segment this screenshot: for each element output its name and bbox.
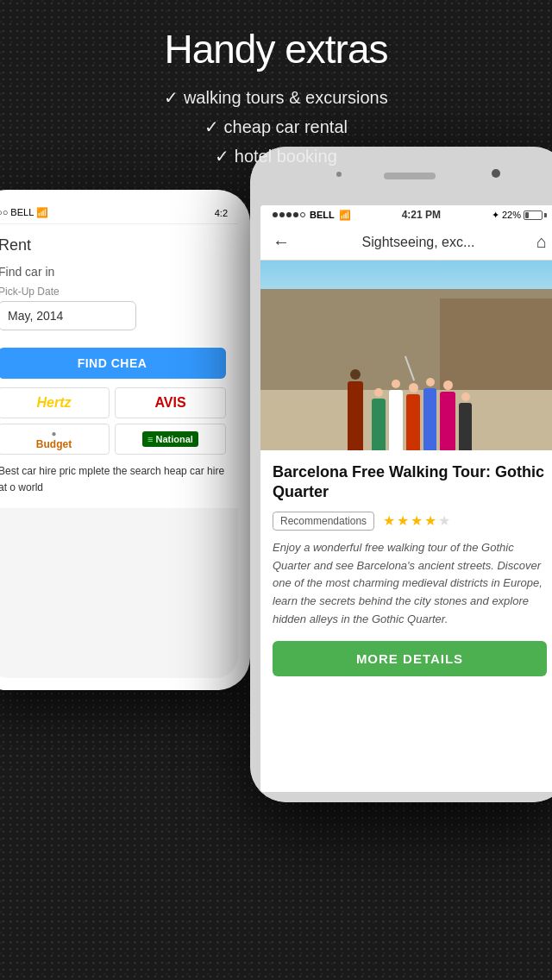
feature-2: ✓ cheap car rental [17, 112, 535, 141]
nav-title: Sightseeing, exc... [300, 235, 536, 250]
tag-stars-row: Recommendations ★ ★ ★ ★ ★ [273, 512, 547, 531]
star-5: ★ [438, 512, 450, 529]
guide-body [348, 381, 363, 450]
status-left: BELL 📶 [273, 210, 351, 221]
star-rating: ★ ★ ★ ★ ★ [383, 512, 450, 529]
signal-dot-1 [273, 212, 278, 217]
status-bar: BELL 📶 4:21 PM ✦ 22% [260, 205, 552, 224]
national-logo: ≡ National [115, 424, 226, 455]
battery-percent: 22% [502, 210, 521, 220]
time-display: 4:21 PM [402, 209, 441, 221]
star-4: ★ [424, 512, 436, 529]
nav-bar: ← Sightseeing, exc... ⌂ [260, 224, 552, 261]
battery-bar [524, 210, 543, 220]
bluetooth-icon: ✦ [492, 210, 499, 221]
back-button[interactable]: ← [273, 232, 290, 252]
tourist-5 [440, 380, 455, 450]
signal-dot-3 [286, 212, 292, 217]
star-1: ★ [383, 512, 395, 529]
recommendations-tag: Recommendations [273, 512, 374, 531]
feature-3: ✓ hotel booking [17, 141, 535, 171]
tourist-4 [423, 378, 436, 450]
find-cheap-button[interactable]: FIND CHEA [0, 348, 226, 379]
find-car-label: Find car in [0, 265, 226, 279]
phone-screen: BELL 📶 4:21 PM ✦ 22% ← [260, 205, 552, 792]
back-time: 4:2 [215, 208, 228, 218]
date-input[interactable]: May, 2014 [0, 301, 136, 330]
tourist-2 [389, 380, 403, 450]
wifi-icon: 📶 [339, 210, 351, 221]
more-details-button[interactable]: MORE DETAILS [273, 641, 547, 676]
back-carrier: ○○ BELL 📶 [0, 207, 48, 218]
tourist-1 [372, 388, 386, 450]
carrier-name: BELL [310, 210, 335, 220]
avis-logo: AVIS [115, 387, 226, 418]
hertz-logo: Hertz [0, 387, 110, 418]
battery-fill [525, 212, 529, 218]
star-3: ★ [411, 512, 423, 529]
guide [348, 369, 363, 450]
pickup-label: Pick-Up Date [0, 286, 226, 298]
battery-indicator [524, 210, 547, 220]
guide-sign [405, 356, 415, 381]
guide-head [350, 369, 361, 380]
header-features: ✓ walking tours & excursions ✓ cheap car… [17, 83, 535, 171]
budget-logo: ● Budget [0, 424, 110, 455]
home-button[interactable]: ⌂ [536, 232, 547, 252]
phone-front: BELL 📶 4:21 PM ✦ 22% ← [250, 147, 552, 802]
rent-title: Rent [0, 236, 226, 254]
signal-dot-5 [300, 212, 305, 217]
content-area: Barcelona Free Walking Tour: Gothic Quar… [260, 450, 552, 688]
tourist-3 [406, 383, 420, 450]
tourist-6 [459, 393, 472, 450]
crowd [260, 295, 552, 450]
tour-image [260, 261, 552, 450]
tour-title: Barcelona Free Walking Tour: Gothic Quar… [273, 462, 547, 503]
page-title: Handy extras [17, 26, 535, 72]
status-right: ✦ 22% [492, 210, 547, 221]
back-content: Rent Find car in Pick-Up Date May, 2014 … [0, 224, 238, 508]
header-section: Handy extras ✓ walking tours & excursion… [0, 0, 552, 188]
feature-1: ✓ walking tours & excursions [17, 83, 535, 112]
signal-dot-4 [293, 212, 298, 217]
phone-back: ○○ BELL 📶 4:2 Rent Find car in Pick-Up D… [0, 190, 250, 690]
car-logos: Hertz AVIS ● Budget ≡ Natio [0, 387, 226, 455]
phones-wrapper: ○○ BELL 📶 4:2 Rent Find car in Pick-Up D… [0, 147, 552, 980]
phone-back-inner: ○○ BELL 📶 4:2 Rent Find car in Pick-Up D… [0, 202, 238, 678]
tour-description: Enjoy a wonderful free walking tour of t… [273, 539, 547, 629]
best-price-text: Best car hire pric mplete the search hea… [0, 463, 226, 496]
back-status-bar: ○○ BELL 📶 4:2 [0, 202, 238, 224]
battery-tip [544, 213, 547, 217]
signal-dot-2 [279, 212, 285, 217]
star-2: ★ [397, 512, 409, 529]
signal-dots [273, 212, 305, 217]
